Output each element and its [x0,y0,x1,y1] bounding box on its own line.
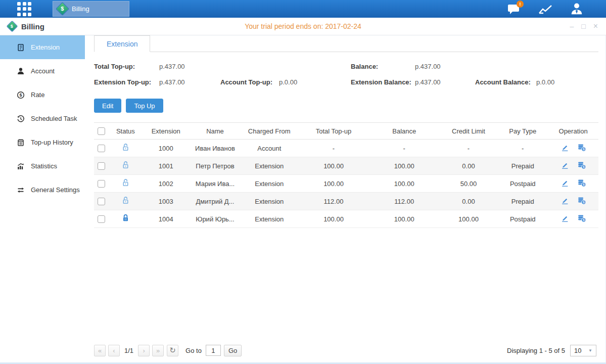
next-page-button[interactable]: › [138,345,150,356]
total-topup-label: Total Top-up: [94,63,159,70]
table-header-row: Status Extension Name Charged From Total… [94,123,598,140]
edit-row-pencil-icon[interactable] [561,196,569,205]
sidebar-item-account[interactable]: Account [0,59,85,83]
app-launcher-grid-icon[interactable] [17,2,31,16]
minimize-button[interactable]: – [570,23,574,30]
sidebar-item-rate[interactable]: $ Rate [0,83,85,107]
svg-text:$: $ [19,93,22,98]
extension-balance-label: Extension Balance: [351,78,415,86]
sidebar-item-general-settings[interactable]: General Settings [0,178,85,202]
edit-row-pencil-icon[interactable] [561,161,569,169]
billing-diamond-icon: $ [56,2,69,16]
sidebar-item-scheduled-task[interactable]: Scheduled Task [0,107,85,130]
page-size-dropdown[interactable]: 10 ▼ [570,345,596,356]
unlocked-status-icon[interactable] [121,196,130,205]
top-up-button[interactable]: Top Up [126,99,163,113]
scheduled-task-clock-icon [17,115,25,123]
account-topup-value: p.0.00 [279,78,351,86]
cell-credit-limit: - [440,140,498,157]
notification-badge: ! [517,1,524,8]
account-topup-label: Account Top-up: [220,78,279,86]
unlocked-status-icon[interactable] [121,143,130,152]
refresh-icon[interactable]: ↻ [167,345,178,356]
cell-total-topup: 112.00 [298,193,369,210]
maximize-button[interactable]: □ [581,23,585,30]
locked-status-icon[interactable] [121,214,130,222]
cell-total-topup: 100.00 [298,210,369,228]
prev-page-button[interactable]: ‹ [108,345,120,356]
statistics-bars-icon [17,162,25,170]
cell-credit-limit: 0.00 [440,157,498,175]
reports-chart-icon[interactable] [538,3,552,16]
summary-panel: Total Top-up: p.437.00 Extension Top-up:… [94,52,598,92]
col-name: Name [190,123,241,140]
cell-pay-type: Prepaid [497,193,548,210]
window-titlebar: $ Billing Your trial period ends on: 201… [0,18,606,35]
sidebar-item-extension[interactable]: Extension [0,35,85,59]
extension-balance-value: p.437.00 [415,78,475,86]
edit-row-pencil-icon[interactable] [561,143,569,152]
top-up-row-coins-icon[interactable]: $ [577,143,586,152]
cell-pay-type: Postpaid [497,210,548,228]
user-account-icon[interactable] [570,3,584,16]
cell-pay-type: Postpaid [497,175,548,193]
table-row: 1000 Иван Иванов Account - - - - $ [94,140,598,157]
go-button[interactable]: Go [224,345,242,356]
col-extension: Extension [142,123,190,140]
cell-total-topup: - [298,140,369,157]
cell-credit-limit: 0.00 [440,193,498,210]
last-page-button[interactable]: » [152,345,164,356]
top-up-row-coins-icon[interactable]: $ [577,161,586,169]
table-row: 1003 Дмитрий Д... Extension 112.00 112.0… [94,193,598,210]
row-checkbox[interactable] [98,180,105,188]
col-charged-from: Charged From [240,123,298,140]
goto-label: Go to [185,347,202,354]
unlocked-status-icon[interactable] [121,161,130,169]
person-icon [570,3,583,15]
row-checkbox[interactable] [98,198,105,205]
select-all-checkbox[interactable] [98,127,105,135]
top-up-row-coins-icon[interactable]: $ [577,196,586,205]
top-up-row-coins-icon[interactable]: $ [577,178,586,187]
top-up-row-coins-icon[interactable]: $ [577,214,586,222]
cell-name: Мария Ива... [190,175,241,193]
main-content: Extension Total Top-up: p.437.00 Extensi… [85,35,606,364]
notifications-chat-icon[interactable]: ! [507,3,521,16]
row-checkbox[interactable] [98,215,105,223]
row-checkbox[interactable] [98,162,105,170]
cell-name: Юрий Юрь... [190,210,241,228]
line-chart-icon [538,3,552,15]
sidebar-item-label: Top-up History [31,139,73,146]
first-page-button[interactable]: « [94,345,106,356]
edit-row-pencil-icon[interactable] [561,214,569,222]
edit-row-pencil-icon[interactable] [561,178,569,187]
col-credit-limit: Credit Limit [440,123,498,140]
billing-app-icon: $ [7,21,18,32]
balance-value: p.437.00 [415,63,475,70]
taskbar-tab-label: Billing [72,5,89,13]
cell-total-topup: 100.00 [298,175,369,193]
cell-charged-from: Account [240,140,298,157]
cell-name: Иван Иванов [190,140,241,157]
cell-pay-type: - [497,140,548,157]
tab-strip: Extension [94,35,598,52]
sidebar-item-label: Rate [31,91,44,99]
taskbar-tab-billing[interactable]: $ Billing [53,1,129,17]
cell-extension: 1000 [142,140,190,157]
col-status: Status [109,123,142,140]
unlocked-status-icon[interactable] [121,178,130,187]
edit-button[interactable]: Edit [94,99,121,113]
trial-notice: Your trial period ends on: 2017-02-24 [0,22,606,30]
sidebar-item-topup-history[interactable]: Top-up History [0,130,85,154]
close-button[interactable]: × [593,22,598,30]
taskbar: $ Billing ! [0,0,606,18]
account-balance-label: Account Balance: [475,78,536,86]
tab-extension[interactable]: Extension [94,35,150,52]
goto-page-input[interactable] [206,345,221,356]
col-operation: Operation [548,123,598,140]
page-indicator: 1/1 [124,347,133,354]
row-checkbox[interactable] [98,145,105,152]
sidebar-item-statistics[interactable]: Statistics [0,154,85,178]
cell-charged-from: Extension [240,210,298,228]
window-title: Billing [21,22,44,31]
